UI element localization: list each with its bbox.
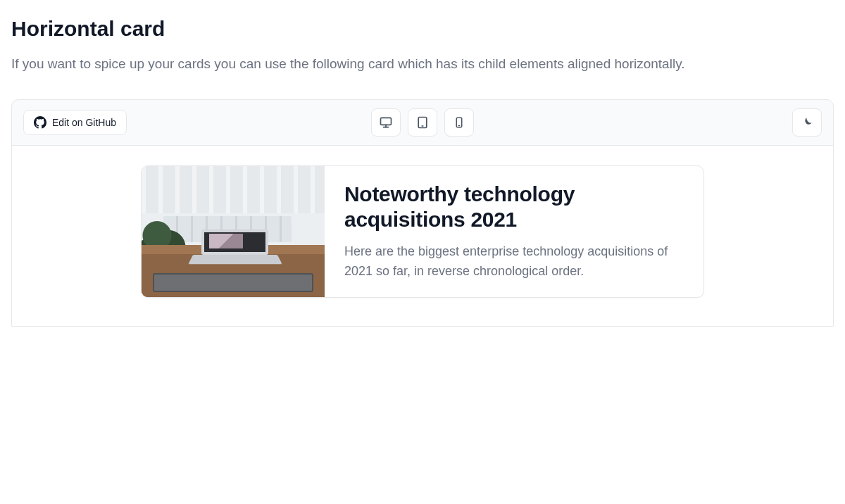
viewport-tablet-button[interactable]	[408, 108, 437, 137]
github-icon	[34, 116, 46, 129]
mobile-icon	[453, 116, 465, 129]
svg-rect-0	[381, 118, 392, 125]
demo-panel: Edit on GitHub	[11, 99, 834, 327]
demo-toolbar: Edit on GitHub	[12, 100, 833, 146]
section-title: Horizontal card	[11, 17, 834, 41]
card-image	[142, 166, 325, 297]
demo-canvas: Noteworthy technology acquisitions 2021 …	[12, 146, 833, 326]
viewport-desktop-button[interactable]	[371, 108, 401, 137]
dark-mode-toggle[interactable]	[792, 108, 822, 137]
edit-on-github-label: Edit on GitHub	[52, 117, 116, 128]
tablet-icon	[415, 115, 430, 130]
desktop-icon	[379, 115, 393, 130]
moon-icon	[801, 116, 813, 129]
card-body: Noteworthy technology acquisitions 2021 …	[325, 166, 703, 297]
section-description: If you want to spice up your cards you c…	[11, 53, 758, 74]
edit-on-github-button[interactable]: Edit on GitHub	[23, 110, 127, 135]
viewport-mobile-button[interactable]	[444, 108, 474, 137]
card-text: Here are the biggest enterprise technolo…	[344, 242, 682, 282]
horizontal-card[interactable]: Noteworthy technology acquisitions 2021 …	[141, 165, 704, 298]
card-title: Noteworthy technology acquisitions 2021	[344, 182, 684, 232]
